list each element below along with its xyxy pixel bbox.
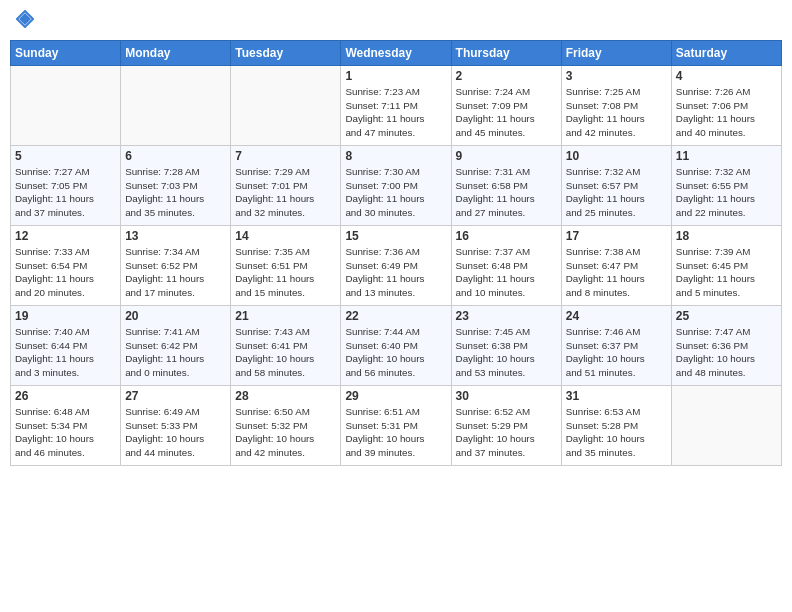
calendar-day-cell: 1Sunrise: 7:23 AM Sunset: 7:11 PM Daylig… bbox=[341, 66, 451, 146]
day-number: 7 bbox=[235, 149, 336, 163]
day-info: Sunrise: 6:53 AM Sunset: 5:28 PM Dayligh… bbox=[566, 405, 667, 460]
day-info: Sunrise: 6:51 AM Sunset: 5:31 PM Dayligh… bbox=[345, 405, 446, 460]
calendar-day-cell: 13Sunrise: 7:34 AM Sunset: 6:52 PM Dayli… bbox=[121, 226, 231, 306]
calendar-day-cell: 31Sunrise: 6:53 AM Sunset: 5:28 PM Dayli… bbox=[561, 386, 671, 466]
day-info: Sunrise: 7:31 AM Sunset: 6:58 PM Dayligh… bbox=[456, 165, 557, 220]
day-number: 1 bbox=[345, 69, 446, 83]
day-info: Sunrise: 6:52 AM Sunset: 5:29 PM Dayligh… bbox=[456, 405, 557, 460]
day-number: 19 bbox=[15, 309, 116, 323]
day-info: Sunrise: 7:29 AM Sunset: 7:01 PM Dayligh… bbox=[235, 165, 336, 220]
calendar-day-cell: 14Sunrise: 7:35 AM Sunset: 6:51 PM Dayli… bbox=[231, 226, 341, 306]
weekday-header-saturday: Saturday bbox=[671, 41, 781, 66]
calendar-day-cell: 5Sunrise: 7:27 AM Sunset: 7:05 PM Daylig… bbox=[11, 146, 121, 226]
calendar-day-cell: 26Sunrise: 6:48 AM Sunset: 5:34 PM Dayli… bbox=[11, 386, 121, 466]
calendar-empty-cell bbox=[671, 386, 781, 466]
weekday-header-thursday: Thursday bbox=[451, 41, 561, 66]
calendar-week-row: 1Sunrise: 7:23 AM Sunset: 7:11 PM Daylig… bbox=[11, 66, 782, 146]
calendar-day-cell: 30Sunrise: 6:52 AM Sunset: 5:29 PM Dayli… bbox=[451, 386, 561, 466]
calendar-day-cell: 23Sunrise: 7:45 AM Sunset: 6:38 PM Dayli… bbox=[451, 306, 561, 386]
day-number: 26 bbox=[15, 389, 116, 403]
weekday-header-monday: Monday bbox=[121, 41, 231, 66]
calendar-table: SundayMondayTuesdayWednesdayThursdayFrid… bbox=[10, 40, 782, 466]
day-info: Sunrise: 7:26 AM Sunset: 7:06 PM Dayligh… bbox=[676, 85, 777, 140]
day-info: Sunrise: 7:35 AM Sunset: 6:51 PM Dayligh… bbox=[235, 245, 336, 300]
day-number: 15 bbox=[345, 229, 446, 243]
calendar-day-cell: 10Sunrise: 7:32 AM Sunset: 6:57 PM Dayli… bbox=[561, 146, 671, 226]
day-number: 13 bbox=[125, 229, 226, 243]
weekday-header-friday: Friday bbox=[561, 41, 671, 66]
day-info: Sunrise: 7:28 AM Sunset: 7:03 PM Dayligh… bbox=[125, 165, 226, 220]
day-info: Sunrise: 7:24 AM Sunset: 7:09 PM Dayligh… bbox=[456, 85, 557, 140]
day-number: 5 bbox=[15, 149, 116, 163]
day-number: 27 bbox=[125, 389, 226, 403]
day-number: 22 bbox=[345, 309, 446, 323]
day-number: 18 bbox=[676, 229, 777, 243]
calendar-day-cell: 28Sunrise: 6:50 AM Sunset: 5:32 PM Dayli… bbox=[231, 386, 341, 466]
day-info: Sunrise: 6:49 AM Sunset: 5:33 PM Dayligh… bbox=[125, 405, 226, 460]
calendar-day-cell: 16Sunrise: 7:37 AM Sunset: 6:48 PM Dayli… bbox=[451, 226, 561, 306]
day-number: 21 bbox=[235, 309, 336, 323]
calendar-day-cell: 3Sunrise: 7:25 AM Sunset: 7:08 PM Daylig… bbox=[561, 66, 671, 146]
day-info: Sunrise: 7:34 AM Sunset: 6:52 PM Dayligh… bbox=[125, 245, 226, 300]
day-number: 9 bbox=[456, 149, 557, 163]
day-info: Sunrise: 7:36 AM Sunset: 6:49 PM Dayligh… bbox=[345, 245, 446, 300]
calendar-day-cell: 18Sunrise: 7:39 AM Sunset: 6:45 PM Dayli… bbox=[671, 226, 781, 306]
day-info: Sunrise: 7:38 AM Sunset: 6:47 PM Dayligh… bbox=[566, 245, 667, 300]
page-header bbox=[10, 10, 782, 32]
day-number: 31 bbox=[566, 389, 667, 403]
day-number: 12 bbox=[15, 229, 116, 243]
calendar-day-cell: 2Sunrise: 7:24 AM Sunset: 7:09 PM Daylig… bbox=[451, 66, 561, 146]
calendar-empty-cell bbox=[231, 66, 341, 146]
calendar-day-cell: 6Sunrise: 7:28 AM Sunset: 7:03 PM Daylig… bbox=[121, 146, 231, 226]
day-info: Sunrise: 7:41 AM Sunset: 6:42 PM Dayligh… bbox=[125, 325, 226, 380]
day-number: 10 bbox=[566, 149, 667, 163]
day-info: Sunrise: 7:30 AM Sunset: 7:00 PM Dayligh… bbox=[345, 165, 446, 220]
weekday-header-sunday: Sunday bbox=[11, 41, 121, 66]
logo bbox=[14, 10, 36, 32]
calendar-day-cell: 24Sunrise: 7:46 AM Sunset: 6:37 PM Dayli… bbox=[561, 306, 671, 386]
calendar-week-row: 26Sunrise: 6:48 AM Sunset: 5:34 PM Dayli… bbox=[11, 386, 782, 466]
day-number: 11 bbox=[676, 149, 777, 163]
day-number: 8 bbox=[345, 149, 446, 163]
calendar-day-cell: 11Sunrise: 7:32 AM Sunset: 6:55 PM Dayli… bbox=[671, 146, 781, 226]
day-info: Sunrise: 7:44 AM Sunset: 6:40 PM Dayligh… bbox=[345, 325, 446, 380]
day-number: 30 bbox=[456, 389, 557, 403]
day-info: Sunrise: 7:25 AM Sunset: 7:08 PM Dayligh… bbox=[566, 85, 667, 140]
day-info: Sunrise: 7:23 AM Sunset: 7:11 PM Dayligh… bbox=[345, 85, 446, 140]
day-info: Sunrise: 6:48 AM Sunset: 5:34 PM Dayligh… bbox=[15, 405, 116, 460]
calendar-week-row: 12Sunrise: 7:33 AM Sunset: 6:54 PM Dayli… bbox=[11, 226, 782, 306]
day-number: 28 bbox=[235, 389, 336, 403]
calendar-empty-cell bbox=[11, 66, 121, 146]
day-info: Sunrise: 7:39 AM Sunset: 6:45 PM Dayligh… bbox=[676, 245, 777, 300]
day-number: 29 bbox=[345, 389, 446, 403]
day-number: 17 bbox=[566, 229, 667, 243]
calendar-day-cell: 20Sunrise: 7:41 AM Sunset: 6:42 PM Dayli… bbox=[121, 306, 231, 386]
day-number: 3 bbox=[566, 69, 667, 83]
calendar-day-cell: 29Sunrise: 6:51 AM Sunset: 5:31 PM Dayli… bbox=[341, 386, 451, 466]
day-info: Sunrise: 7:37 AM Sunset: 6:48 PM Dayligh… bbox=[456, 245, 557, 300]
day-number: 25 bbox=[676, 309, 777, 323]
day-info: Sunrise: 7:27 AM Sunset: 7:05 PM Dayligh… bbox=[15, 165, 116, 220]
day-info: Sunrise: 7:40 AM Sunset: 6:44 PM Dayligh… bbox=[15, 325, 116, 380]
day-info: Sunrise: 6:50 AM Sunset: 5:32 PM Dayligh… bbox=[235, 405, 336, 460]
day-info: Sunrise: 7:46 AM Sunset: 6:37 PM Dayligh… bbox=[566, 325, 667, 380]
calendar-day-cell: 19Sunrise: 7:40 AM Sunset: 6:44 PM Dayli… bbox=[11, 306, 121, 386]
day-info: Sunrise: 7:32 AM Sunset: 6:55 PM Dayligh… bbox=[676, 165, 777, 220]
day-number: 20 bbox=[125, 309, 226, 323]
day-number: 4 bbox=[676, 69, 777, 83]
day-number: 6 bbox=[125, 149, 226, 163]
day-info: Sunrise: 7:43 AM Sunset: 6:41 PM Dayligh… bbox=[235, 325, 336, 380]
calendar-day-cell: 22Sunrise: 7:44 AM Sunset: 6:40 PM Dayli… bbox=[341, 306, 451, 386]
day-number: 16 bbox=[456, 229, 557, 243]
calendar-day-cell: 21Sunrise: 7:43 AM Sunset: 6:41 PM Dayli… bbox=[231, 306, 341, 386]
weekday-header-wednesday: Wednesday bbox=[341, 41, 451, 66]
day-info: Sunrise: 7:32 AM Sunset: 6:57 PM Dayligh… bbox=[566, 165, 667, 220]
day-number: 23 bbox=[456, 309, 557, 323]
calendar-week-row: 5Sunrise: 7:27 AM Sunset: 7:05 PM Daylig… bbox=[11, 146, 782, 226]
calendar-day-cell: 27Sunrise: 6:49 AM Sunset: 5:33 PM Dayli… bbox=[121, 386, 231, 466]
calendar-day-cell: 4Sunrise: 7:26 AM Sunset: 7:06 PM Daylig… bbox=[671, 66, 781, 146]
logo-icon bbox=[16, 10, 34, 28]
calendar-week-row: 19Sunrise: 7:40 AM Sunset: 6:44 PM Dayli… bbox=[11, 306, 782, 386]
calendar-day-cell: 9Sunrise: 7:31 AM Sunset: 6:58 PM Daylig… bbox=[451, 146, 561, 226]
day-info: Sunrise: 7:47 AM Sunset: 6:36 PM Dayligh… bbox=[676, 325, 777, 380]
